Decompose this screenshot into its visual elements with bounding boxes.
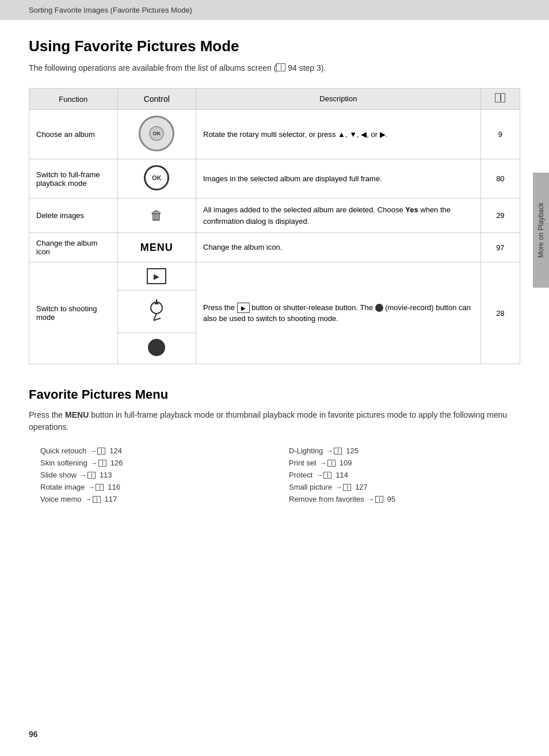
page-number: 96 xyxy=(29,730,38,739)
table-row: Delete images 🗑 All images added to the … xyxy=(29,198,520,233)
table-row: Choose an album OK Rotate the rotary mul… xyxy=(29,110,520,159)
table-row: Change the album icon MENU Change the al… xyxy=(29,233,520,262)
function-fullframe: Switch to full-frame playback mode xyxy=(29,159,118,198)
menu-item-quick-retouch: Quick retouch → 124 xyxy=(40,445,272,457)
section1-title: Using Favorite Pictures Mode xyxy=(29,37,520,55)
page-choose-album: 9 xyxy=(481,110,520,159)
desc-fullframe: Images in the selected album are display… xyxy=(196,159,481,198)
desc-choose-album: Rotate the rotary multi selector, or pre… xyxy=(196,110,481,159)
th-book xyxy=(481,89,520,110)
control-menu: MENU xyxy=(117,233,196,262)
menu-items-grid: Quick retouch → 124 Skin softening → 126… xyxy=(29,445,520,505)
control-trash: 🗑 xyxy=(117,198,196,233)
side-tab-label: More on Playback xyxy=(537,203,545,258)
page-fullframe: 80 xyxy=(481,159,520,198)
menu-item-rotate-image: Rotate image → 116 xyxy=(40,481,272,493)
desc-delete: All images added to the selected album a… xyxy=(196,198,481,233)
menu-item-skin-softening: Skin softening → 126 xyxy=(40,457,272,469)
section2-title: Favorite Pictures Menu xyxy=(29,387,520,402)
function-album-icon: Change the album icon xyxy=(29,233,118,262)
menu-item-voice-memo: Voice memo → 117 xyxy=(40,493,272,505)
movie-record-icon xyxy=(148,339,165,356)
menu-item-protect: Protect → 114 xyxy=(289,469,520,481)
menu-item-small-picture: Small picture → 127 xyxy=(289,481,520,493)
function-delete: Delete images xyxy=(29,198,118,233)
page-delete: 29 xyxy=(481,198,520,233)
shutter-icon xyxy=(142,296,171,325)
desc-album-icon: Change the album icon. xyxy=(196,233,481,262)
menu-item-print-set: Print set → 109 xyxy=(289,457,520,469)
control-movie-record xyxy=(117,333,196,364)
th-control: Control xyxy=(117,89,196,110)
intro-paragraph: The following operations are available f… xyxy=(29,62,520,74)
table-row: Switch to shooting mode ▶ Press the ▶ bu… xyxy=(29,262,520,291)
section2-intro: Press the MENU button in full-frame play… xyxy=(29,409,520,433)
menu-item-slide-show: Slide show → 113 xyxy=(40,469,272,481)
breadcrumb: Sorting Favorite Images (Favorite Pictur… xyxy=(0,0,549,20)
side-tab: More on Playback xyxy=(533,173,549,288)
play-icon: ▶ xyxy=(147,268,166,284)
control-rotary: OK xyxy=(117,110,196,159)
control-play-button: ▶ xyxy=(117,262,196,291)
trash-icon: 🗑 xyxy=(150,208,163,223)
menu-item-d-lighting: D-Lighting → 125 xyxy=(289,445,520,457)
function-shooting-mode: Switch to shooting mode xyxy=(29,262,118,364)
menu-icon: MENU xyxy=(140,242,173,253)
functions-table: Function Control Description Choose an a… xyxy=(29,88,520,364)
desc-shooting-mode: Press the ▶ button or shutter-release bu… xyxy=(196,262,481,364)
menu-item-remove-favorites: Remove from favorites → 95 xyxy=(289,493,520,505)
table-row: Switch to full-frame playback mode OK Im… xyxy=(29,159,520,198)
function-choose-album: Choose an album xyxy=(29,110,118,159)
page-shooting-mode: 28 xyxy=(481,262,520,364)
control-shutter xyxy=(117,291,196,333)
control-ok-filled: OK xyxy=(117,159,196,198)
th-description: Description xyxy=(196,89,481,110)
th-function: Function xyxy=(29,89,118,110)
page-album-icon: 97 xyxy=(481,233,520,262)
